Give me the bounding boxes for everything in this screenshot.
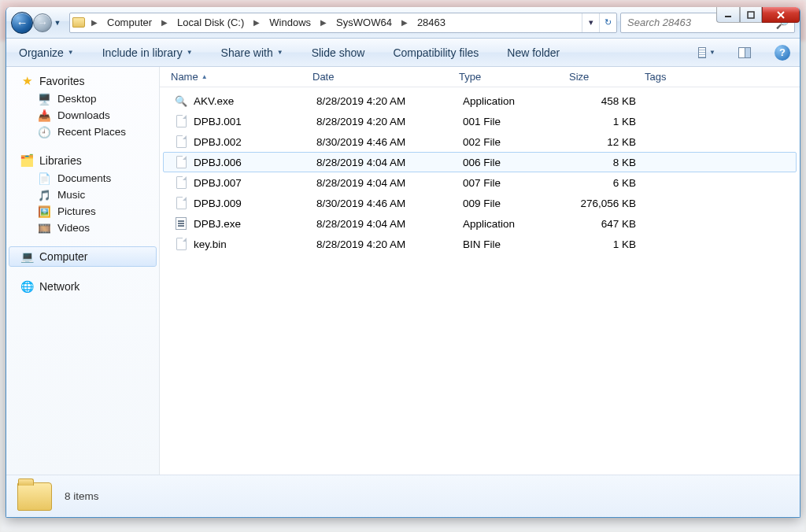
preview-pane-button[interactable] bbox=[735, 44, 754, 61]
command-bar: Organize▼ Include in library▼ Share with… bbox=[6, 39, 800, 67]
file-size: 1 KB bbox=[567, 238, 642, 250]
file-row[interactable]: 🔍AKV.exe8/28/2019 4:20 AMApplication458 … bbox=[163, 91, 797, 111]
svg-rect-1 bbox=[748, 12, 754, 18]
close-button[interactable] bbox=[762, 7, 800, 23]
breadcrumb-computer[interactable]: Computer bbox=[102, 13, 157, 32]
file-date: 8/28/2019 4:20 AM bbox=[310, 116, 457, 127]
chevron-right-icon[interactable]: ▶ bbox=[397, 18, 412, 27]
refresh-button[interactable]: ↻ bbox=[599, 13, 616, 32]
file-type: 006 File bbox=[457, 157, 567, 168]
file-row[interactable]: DPBJ.exe8/28/2019 4:04 AMApplication647 … bbox=[163, 213, 797, 234]
magnifier-icon: 🔍 bbox=[175, 94, 187, 107]
computer-icon: 💻 bbox=[20, 251, 34, 263]
sidebar-favorites[interactable]: ★ Favorites bbox=[6, 72, 159, 91]
sidebar-item-recent[interactable]: 🕘Recent Places bbox=[6, 124, 159, 140]
file-size: 12 KB bbox=[567, 136, 642, 148]
back-button[interactable]: ← bbox=[11, 12, 33, 34]
file-date: 8/28/2019 4:04 AM bbox=[310, 218, 457, 230]
help-icon: ? bbox=[775, 45, 790, 61]
compatibility-files-button[interactable]: Compatibility files bbox=[388, 44, 483, 61]
navigation-pane: ★ Favorites 🖥️Desktop 📥Downloads 🕘Recent… bbox=[6, 67, 160, 475]
file-type: 002 File bbox=[457, 136, 567, 148]
libraries-icon: 🗂️ bbox=[20, 155, 34, 167]
sidebar-label: Libraries bbox=[39, 154, 82, 167]
breadcrumb-current[interactable]: 28463 bbox=[412, 13, 451, 32]
file-row[interactable]: DPBJ.0028/30/2019 4:46 AM002 File12 KB bbox=[163, 131, 797, 152]
sidebar-item-downloads[interactable]: 📥Downloads bbox=[6, 107, 159, 124]
file-size: 8 KB bbox=[567, 157, 642, 168]
file-name: DPBJ.001 bbox=[194, 116, 242, 127]
col-date[interactable]: Date bbox=[306, 67, 453, 87]
help-button[interactable]: ? bbox=[773, 44, 792, 61]
sidebar-libraries[interactable]: 🗂️ Libraries bbox=[6, 151, 159, 170]
maximize-button[interactable] bbox=[740, 7, 762, 23]
sidebar-item-videos[interactable]: 🎞️Videos bbox=[6, 220, 159, 236]
item-count: 8 items bbox=[65, 490, 99, 502]
sidebar-item-documents[interactable]: 📄Documents bbox=[6, 170, 159, 187]
file-name: DPBJ.009 bbox=[194, 198, 242, 209]
change-view-button[interactable]: ▼ bbox=[697, 44, 716, 61]
svg-rect-0 bbox=[725, 16, 731, 17]
sidebar-item-pictures[interactable]: 🖼️Pictures bbox=[6, 203, 159, 220]
file-size: 6 KB bbox=[567, 177, 642, 189]
file-name: AKV.exe bbox=[194, 95, 234, 107]
file-date: 8/28/2019 4:04 AM bbox=[310, 157, 457, 168]
sidebar-label: Network bbox=[39, 280, 79, 293]
videos-icon: 🎞️ bbox=[38, 222, 51, 234]
column-headers: Name▲ Date Type Size Tags bbox=[160, 67, 800, 87]
sort-asc-icon: ▲ bbox=[202, 73, 208, 80]
file-icon bbox=[175, 156, 187, 168]
file-row[interactable]: key.bin8/28/2019 4:20 AMBIN File1 KB bbox=[163, 234, 797, 254]
documents-icon: 📄 bbox=[38, 172, 51, 184]
sidebar-computer[interactable]: 💻 Computer bbox=[9, 247, 156, 266]
history-dropdown[interactable]: ▼ bbox=[52, 14, 63, 31]
col-tags[interactable]: Tags bbox=[638, 67, 741, 87]
recent-icon: 🕘 bbox=[38, 126, 51, 138]
col-size[interactable]: Size bbox=[563, 67, 638, 87]
nav-bar: ← → ▼ ▶ Computer ▶ Local Disk (C:) ▶ Win… bbox=[6, 7, 800, 39]
file-row[interactable]: DPBJ.0018/28/2019 4:20 AM001 File1 KB bbox=[163, 111, 797, 131]
minimize-button[interactable] bbox=[716, 7, 740, 23]
file-row[interactable]: DPBJ.0078/28/2019 4:04 AM007 File6 KB bbox=[163, 172, 797, 193]
chevron-right-icon[interactable]: ▶ bbox=[316, 18, 331, 27]
file-name: DPBJ.006 bbox=[194, 157, 242, 168]
file-type: Application bbox=[457, 95, 567, 107]
include-in-library-menu[interactable]: Include in library▼ bbox=[98, 44, 198, 61]
file-icon bbox=[175, 115, 187, 127]
desktop-icon: 🖥️ bbox=[38, 93, 51, 105]
address-bar[interactable]: ▶ Computer ▶ Local Disk (C:) ▶ Windows ▶… bbox=[69, 13, 617, 33]
chevron-right-icon[interactable]: ▶ bbox=[157, 18, 172, 27]
file-type: BIN File bbox=[457, 238, 567, 250]
chevron-right-icon[interactable]: ▶ bbox=[87, 18, 102, 27]
breadcrumb-syswow64[interactable]: SysWOW64 bbox=[331, 13, 397, 32]
sidebar-label: Computer bbox=[39, 250, 87, 263]
music-icon: 🎵 bbox=[38, 189, 51, 201]
col-type[interactable]: Type bbox=[453, 67, 563, 87]
sidebar-item-desktop[interactable]: 🖥️Desktop bbox=[6, 91, 159, 107]
folder-icon bbox=[70, 17, 87, 28]
sidebar-network[interactable]: 🌐 Network bbox=[6, 277, 159, 296]
exe-icon bbox=[175, 217, 187, 230]
new-folder-button[interactable]: New folder bbox=[502, 44, 564, 61]
file-row[interactable]: DPBJ.0098/30/2019 4:46 AM009 File276,056… bbox=[163, 193, 797, 213]
sidebar-item-music[interactable]: 🎵Music bbox=[6, 187, 159, 203]
breadcrumb-windows[interactable]: Windows bbox=[264, 13, 316, 32]
file-row[interactable]: DPBJ.0068/28/2019 4:04 AM006 File8 KB bbox=[163, 152, 797, 172]
col-name[interactable]: Name▲ bbox=[165, 67, 306, 87]
star-icon: ★ bbox=[20, 76, 34, 87]
breadcrumb-localdisk[interactable]: Local Disk (C:) bbox=[172, 13, 250, 32]
file-date: 8/30/2019 4:46 AM bbox=[310, 198, 457, 209]
file-name: DPBJ.exe bbox=[194, 218, 241, 230]
file-icon bbox=[175, 135, 187, 148]
address-dropdown[interactable]: ▾ bbox=[582, 13, 599, 32]
chevron-right-icon[interactable]: ▶ bbox=[250, 18, 264, 27]
file-type: Application bbox=[457, 218, 567, 230]
file-name: key.bin bbox=[194, 238, 227, 250]
details-pane: 8 items bbox=[6, 475, 800, 517]
file-list: Name▲ Date Type Size Tags 🔍AKV.exe8/28/2… bbox=[160, 67, 800, 475]
slide-show-button[interactable]: Slide show bbox=[307, 44, 370, 61]
share-with-menu[interactable]: Share with▼ bbox=[216, 44, 288, 61]
organize-menu[interactable]: Organize▼ bbox=[14, 44, 79, 61]
network-icon: 🌐 bbox=[20, 281, 34, 293]
forward-button[interactable]: → bbox=[33, 13, 52, 32]
